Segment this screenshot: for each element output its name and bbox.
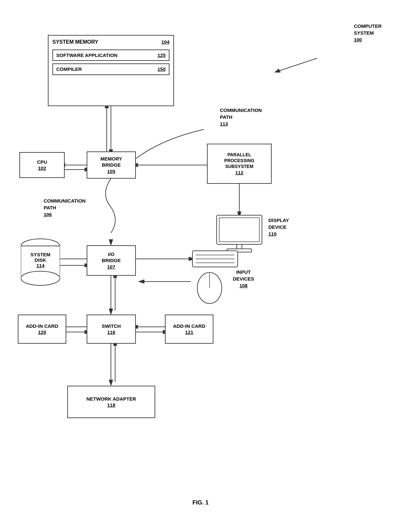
svg-rect-40 xyxy=(237,244,242,249)
system-disk-label: SYSTEM DISK 114 xyxy=(18,252,63,268)
cpu-box: CPU 102 xyxy=(19,152,65,178)
mouse-group xyxy=(197,272,222,305)
input-devices-label: INPUT DEVICES 108 xyxy=(233,269,254,289)
system-memory-box: SYSTEM MEMORY 104 SOFTWARE APPLICATION 1… xyxy=(48,35,174,106)
svg-marker-10 xyxy=(109,239,113,245)
parallel-processing-box: PARALLEL PROCESSING SUBSYSTEM 112 xyxy=(207,144,272,184)
network-adapter-box: NETWORK ADAPTER 118 xyxy=(67,386,155,418)
comm-path-106-label: COMMUNICATION PATH 106 xyxy=(44,197,86,218)
svg-marker-18 xyxy=(138,280,144,283)
svg-marker-37 xyxy=(274,69,281,72)
computer-system-label: COMPUTER SYSTEM 100 xyxy=(354,23,382,43)
compiler-box: COMPILER 150 xyxy=(52,63,169,75)
figure-caption: FIG. 1 xyxy=(0,499,401,506)
memory-bridge-box: MEMORY BRIDGE 105 xyxy=(87,151,136,179)
system-disk-group: SYSTEM DISK 114 xyxy=(18,236,63,289)
svg-marker-32 xyxy=(109,380,113,386)
switch-box: SWITCH 116 xyxy=(87,315,136,344)
svg-marker-20 xyxy=(109,309,113,315)
add-in-card-120-box: ADD-IN CARD 120 xyxy=(18,315,66,344)
diagram: COMPUTER SYSTEM 100 SYSTEM MEMORY 104 SO… xyxy=(0,0,401,532)
keyboard-group xyxy=(191,249,239,270)
software-application-box: SOFTWARE APPLICATION 125 xyxy=(52,50,169,61)
svg-rect-39 xyxy=(219,218,259,242)
comm-path-113-label: COMMUNICATION PATH 113 xyxy=(220,107,262,127)
keyboard-svg xyxy=(191,249,239,269)
system-memory-title: SYSTEM MEMORY 104 xyxy=(52,39,169,46)
display-device-label: DISPLAY DEVICE 110 xyxy=(268,217,289,237)
add-in-card-121-box: ADD-IN CARD 121 xyxy=(165,315,213,344)
svg-point-44 xyxy=(21,271,60,285)
mouse-svg xyxy=(197,272,222,304)
io-bridge-box: I/O BRIDGE 107 xyxy=(87,245,136,276)
